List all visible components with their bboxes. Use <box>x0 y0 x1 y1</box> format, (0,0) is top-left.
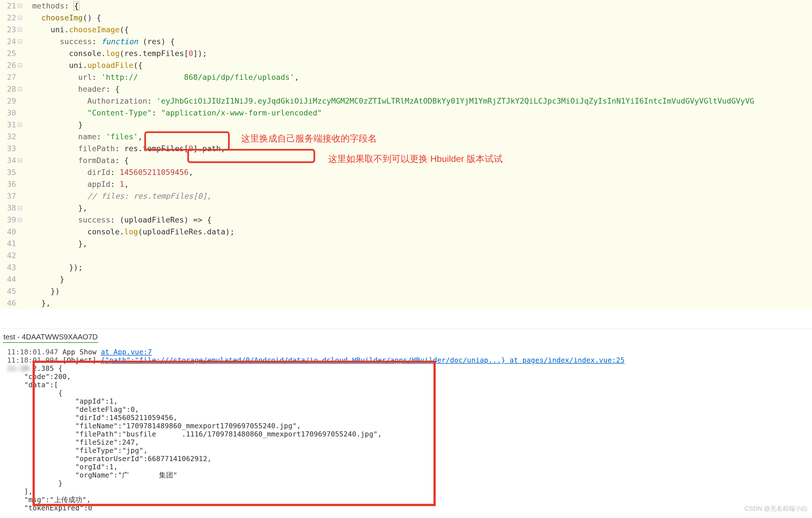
fold-icon[interactable]: − <box>18 218 22 222</box>
code-line[interactable]: header: { <box>19 83 812 95</box>
watermark: CSDN @无名前端小白 <box>744 505 808 513</box>
line-number: 32 <box>0 131 16 143</box>
code-line[interactable]: }, <box>19 202 812 214</box>
code-line[interactable]: console.log(uploadFileRes.data); <box>19 226 812 238</box>
code-editor[interactable]: 21−22−23−24−2526−2728−293031−323334−3536… <box>0 0 812 309</box>
code-line[interactable]: Authorization: 'eyJhbGciOiJIUzI1NiJ9.eyJ… <box>19 95 812 107</box>
code-line[interactable]: success: (uploadFileRes) => { <box>19 214 812 226</box>
log-link[interactable]: at App.vue:7 <box>101 348 152 356</box>
fold-icon[interactable]: − <box>18 28 22 32</box>
code-line[interactable]: "Content-Type": "application/x-www-form-… <box>19 107 812 119</box>
code-line[interactable]: }, <box>19 297 812 309</box>
line-number: 22− <box>0 12 16 24</box>
code-line[interactable]: // files: res.tempFiles[0], <box>19 190 812 202</box>
code-line[interactable]: success: function (res) { <box>19 36 812 48</box>
code-line[interactable]: console.log(res.tempFiles[0]); <box>19 48 812 59</box>
line-number: 35 <box>0 166 16 178</box>
code-line[interactable]: } <box>19 119 812 131</box>
fold-icon[interactable]: − <box>18 39 22 44</box>
code-line[interactable]: uni.chooseImage({ <box>19 24 812 36</box>
console-tab[interactable]: test - 4DAATWWS9XAAO7D <box>3 332 98 343</box>
line-number: 23− <box>0 24 16 36</box>
code-line[interactable]: }); <box>19 262 812 273</box>
line-number: 26− <box>0 59 16 71</box>
code-line[interactable]: name: 'files', <box>19 131 812 143</box>
code-line[interactable]: } <box>19 273 812 285</box>
annotation-text-2: 这里如果取不到可以更换 Hbuilder 版本试试 <box>328 153 503 165</box>
line-number: 30 <box>0 107 16 119</box>
code-line[interactable]: appId: 1, <box>19 178 812 190</box>
line-number: 40 <box>0 226 16 238</box>
log-line: 11:18:01.947 App Show at App.vue:7 <box>3 348 809 356</box>
line-number: 36 <box>0 178 16 190</box>
line-number: 28− <box>0 83 16 95</box>
code-line[interactable]: dirId: 145605211059456, <box>19 166 812 178</box>
line-number: 25 <box>0 48 16 59</box>
line-number: 27 <box>0 71 16 83</box>
code-line[interactable]: chooseImg() { <box>19 12 812 24</box>
annotation-box-name <box>144 131 230 151</box>
annotation-box-filepath <box>187 149 315 163</box>
fold-icon[interactable]: − <box>18 16 22 20</box>
fold-icon[interactable]: − <box>18 63 22 67</box>
code-line[interactable]: methods: { <box>19 0 812 12</box>
fold-icon[interactable]: − <box>18 4 22 8</box>
line-number: 44 <box>0 273 16 285</box>
code-line[interactable] <box>19 250 812 262</box>
console-panel[interactable]: test - 4DAATWWS9XAAO7D 11:18:01.947 App … <box>0 329 812 515</box>
line-number: 39− <box>0 214 16 226</box>
annotation-text-1: 这里换成自己服务端接收的字段名 <box>241 133 377 145</box>
code-line[interactable]: }, <box>19 238 812 250</box>
line-number: 42 <box>0 250 16 262</box>
panel-divider[interactable] <box>0 309 812 329</box>
code-line[interactable]: uni.uploadFile({ <box>19 59 812 71</box>
code-line[interactable]: }) <box>19 285 812 297</box>
line-number: 37 <box>0 190 16 202</box>
fold-icon[interactable]: − <box>18 123 22 127</box>
line-number: 24− <box>0 36 16 48</box>
fold-icon[interactable]: − <box>18 87 22 91</box>
line-number: 41 <box>0 238 16 250</box>
line-number: 43 <box>0 262 16 273</box>
annotation-box-response <box>32 361 436 506</box>
log-link[interactable]: at pages/index/index.vue:25 <box>505 356 625 364</box>
line-gutter: 21−22−23−24−2526−2728−293031−323334−3536… <box>0 0 19 309</box>
line-number: 29 <box>0 95 16 107</box>
line-number: 31− <box>0 119 16 131</box>
code-line[interactable]: url: 'http:// 868/api/dp/file/uploads', <box>19 71 812 83</box>
line-number: 45 <box>0 285 16 297</box>
fold-icon[interactable]: − <box>18 159 22 162</box>
fold-icon[interactable]: − <box>18 206 22 210</box>
line-number: 38− <box>0 202 16 214</box>
line-number: 21− <box>0 0 16 12</box>
line-number: 33 <box>0 143 16 155</box>
line-number: 34− <box>0 155 16 166</box>
line-number: 46 <box>0 297 16 309</box>
